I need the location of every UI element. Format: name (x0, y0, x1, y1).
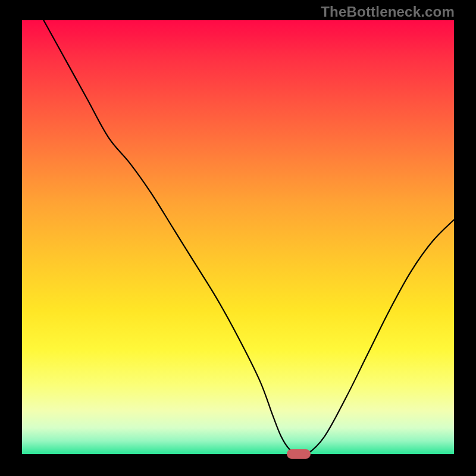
chart-marker (287, 449, 311, 459)
watermark-text: TheBottleneck.com (321, 4, 455, 20)
chart-curve (0, 0, 476, 476)
chart-frame: TheBottleneck.com (0, 0, 476, 476)
